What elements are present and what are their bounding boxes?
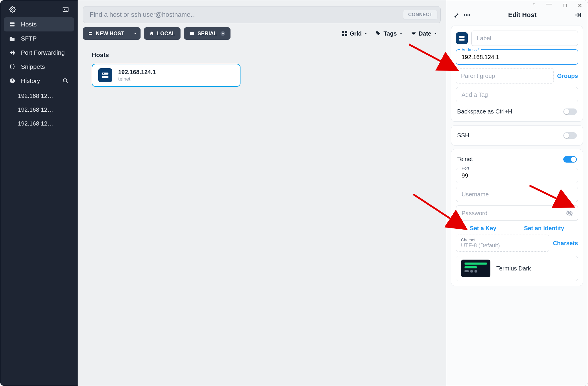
connect-button[interactable]: CONNECT (403, 10, 437, 20)
svg-point-5 (64, 79, 67, 82)
chevron-down-icon (434, 32, 437, 35)
terminal-icon[interactable] (62, 6, 69, 13)
svg-point-18 (469, 14, 470, 16)
window-close-icon[interactable]: ✕ (577, 2, 582, 9)
svg-rect-1 (63, 7, 68, 11)
port-field[interactable]: Port (456, 168, 578, 183)
sidebar-item-portfwd[interactable]: Port Forwarding (4, 46, 74, 60)
sort-icon (411, 31, 416, 36)
svg-point-0 (11, 9, 13, 10)
svg-rect-3 (10, 25, 15, 26)
new-host-button[interactable]: NEW HOST (83, 27, 130, 40)
sidebar-item-label: SFTP (21, 35, 37, 42)
host-title: 192.168.124.1 (118, 69, 156, 76)
svg-rect-7 (89, 34, 92, 35)
svg-rect-2 (10, 22, 15, 24)
grid-icon (342, 31, 347, 36)
window-controls: ˅ — ☐ ✕ (446, 2, 588, 9)
label-field[interactable] (471, 31, 578, 46)
history-item[interactable]: 192.168.12… (17, 118, 74, 129)
sidebar-item-label: Hosts (21, 21, 37, 28)
host-icon (98, 68, 112, 82)
more-icon[interactable] (463, 11, 471, 19)
backspace-label: Backspace as Ctrl+H (457, 108, 512, 115)
new-host-dropdown[interactable] (130, 27, 141, 40)
telnet-label: Telnet (457, 156, 473, 163)
collapse-icon[interactable] (574, 11, 582, 19)
sidebar: Hosts SFTP Port Forwarding Snippets Hist… (0, 0, 78, 386)
parent-group-field[interactable]: Parent group (456, 68, 554, 83)
telnet-toggle[interactable] (563, 156, 577, 163)
host-subtitle: telnet (118, 76, 156, 82)
svg-rect-13 (102, 76, 108, 78)
ssh-label: SSH (457, 132, 469, 139)
svg-point-14 (103, 73, 104, 74)
eye-off-icon[interactable] (566, 210, 573, 217)
groups-link[interactable]: Groups (557, 73, 578, 79)
sidebar-item-label: History (21, 77, 40, 84)
svg-rect-20 (459, 39, 465, 41)
chevron-down-icon (364, 32, 368, 35)
window-maximize-icon[interactable]: ☐ (563, 3, 567, 9)
local-button[interactable]: LOCAL (144, 27, 181, 40)
theme-selector[interactable]: Termius Dark (456, 256, 578, 281)
backspace-toggle[interactable] (563, 108, 577, 115)
svg-rect-11 (345, 34, 347, 36)
search-input[interactable] (89, 11, 403, 19)
host-card[interactable]: 192.168.124.1 telnet (92, 64, 240, 87)
tags-toggle[interactable]: Tags (376, 30, 402, 37)
clock-icon (9, 78, 16, 84)
address-field[interactable]: Address * (456, 49, 578, 65)
forward-icon (9, 49, 16, 56)
chevron-down-icon (399, 32, 403, 35)
panel-title: Edit Host (471, 11, 574, 19)
sidebar-item-snippets[interactable]: Snippets (4, 60, 74, 74)
charsets-link[interactable]: Charsets (553, 240, 578, 247)
chevron-down-icon (133, 32, 137, 35)
settings-icon[interactable] (9, 6, 16, 13)
charset-field[interactable]: Charset UTF-8 (Default) (456, 235, 549, 252)
svg-rect-12 (102, 73, 108, 75)
sidebar-item-hosts[interactable]: Hosts (4, 17, 74, 31)
main-area: CONNECT NEW HOST LOCAL SERIAL + (78, 0, 446, 386)
password-field[interactable] (456, 205, 578, 221)
server-icon (88, 31, 93, 36)
search-icon[interactable] (62, 78, 69, 84)
edit-host-panel: ˅ — ☐ ✕ Edit Host (446, 0, 588, 386)
section-title: Hosts (78, 44, 446, 64)
plus-icon: + (220, 31, 225, 36)
svg-point-17 (466, 14, 468, 16)
history-item[interactable]: 192.168.12… (17, 90, 74, 102)
svg-rect-8 (342, 31, 344, 33)
svg-point-16 (464, 14, 465, 16)
svg-rect-6 (89, 32, 92, 33)
username-field[interactable] (456, 187, 578, 202)
host-type-icon[interactable] (456, 32, 468, 44)
set-key-link[interactable]: Set a Key (470, 225, 496, 232)
folder-icon (9, 35, 16, 42)
serial-button[interactable]: SERIAL + (184, 27, 230, 40)
svg-rect-10 (342, 34, 344, 36)
svg-rect-9 (345, 31, 347, 33)
braces-icon (9, 64, 16, 70)
set-identity-link[interactable]: Set an Identity (524, 225, 564, 232)
ssh-toggle[interactable] (563, 132, 577, 139)
search-bar: CONNECT (83, 6, 441, 23)
window-chevron-icon[interactable]: ˅ (533, 3, 535, 9)
tag-icon (376, 31, 381, 36)
home-icon (149, 31, 154, 36)
date-toggle[interactable]: Date (411, 30, 437, 37)
tag-field[interactable] (456, 87, 578, 102)
sidebar-item-sftp[interactable]: SFTP (4, 31, 74, 46)
svg-point-15 (103, 77, 104, 77)
serial-icon (189, 31, 195, 36)
theme-preview-icon (461, 260, 490, 277)
pin-icon[interactable] (452, 11, 460, 19)
sidebar-item-history[interactable]: History (4, 74, 74, 88)
sidebar-item-label: Snippets (21, 63, 45, 70)
hosts-icon (9, 21, 16, 28)
window-minimize-icon[interactable]: — (546, 0, 552, 8)
grid-toggle[interactable]: Grid (342, 30, 368, 37)
svg-rect-19 (459, 36, 465, 38)
history-item[interactable]: 192.168.12… (17, 104, 74, 116)
